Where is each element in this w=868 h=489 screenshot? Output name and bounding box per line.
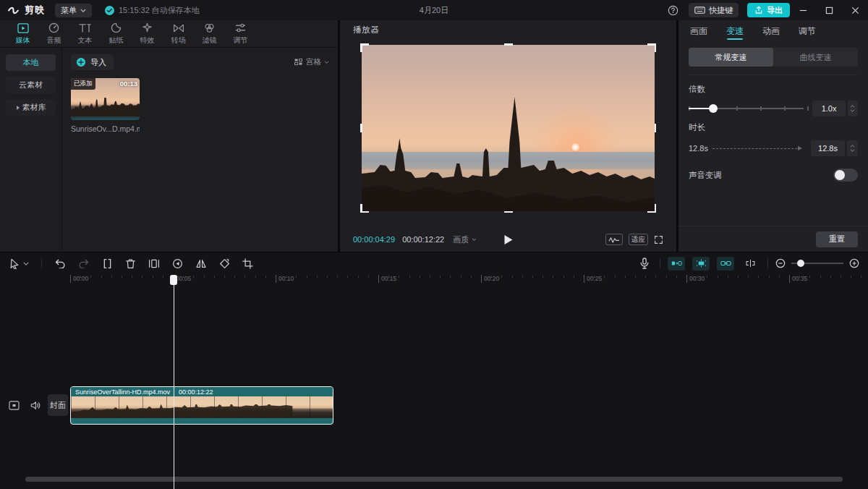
record-voiceover-button[interactable] (639, 258, 650, 269)
help-icon[interactable] (668, 5, 678, 16)
video-preview[interactable] (362, 45, 655, 211)
timeline-clip[interactable]: SunriseOverTallinn-HD.mp4.mov 00:00:12:2… (70, 386, 333, 425)
app-logo-text: 剪映 (25, 4, 45, 17)
selection-handle[interactable] (504, 43, 513, 46)
selection-handle[interactable] (655, 124, 657, 132)
shortcuts-button[interactable]: 快捷键 (689, 3, 739, 17)
tab-audio[interactable]: 音频 (38, 20, 69, 47)
rotate-button[interactable] (219, 258, 230, 269)
split-button[interactable] (102, 258, 113, 269)
zoom-out-button[interactable] (775, 258, 786, 268)
tab-sticker[interactable]: 贴纸 (101, 20, 132, 47)
tab-media[interactable]: 媒体 (7, 20, 38, 47)
quality-label: 画质 (453, 234, 469, 245)
redo-button[interactable] (78, 258, 90, 268)
reset-button[interactable]: 重置 (816, 231, 858, 247)
selection-handle[interactable] (360, 204, 362, 213)
tab-effects[interactable]: 特效 (132, 20, 163, 47)
duration-label: 时长 (689, 122, 858, 133)
speed-stepper[interactable] (848, 101, 858, 116)
selection-handle[interactable] (360, 43, 362, 52)
selection-handle[interactable] (655, 204, 657, 213)
quality-dropdown[interactable]: 画质 (453, 234, 477, 245)
speed-slider-handle[interactable] (709, 104, 718, 113)
tab-animation[interactable]: 动画 (762, 20, 780, 42)
import-button[interactable]: 导入 (71, 54, 114, 70)
auto-snap-toggle[interactable] (692, 257, 710, 271)
minimize-button[interactable] (790, 0, 816, 20)
tab-transitions[interactable]: 转场 (163, 20, 194, 47)
scopes-button[interactable] (605, 234, 623, 245)
titlebar: 剪映 菜单 15:15:32 自动保存本地 4月20日 快捷键 导出 (0, 0, 868, 20)
tab-sticker-label: 贴纸 (109, 35, 124, 46)
timeline-panel: 00:00 00:05 00:10 00:15 00:20 00:25 00:3… (0, 252, 868, 489)
fullscreen-icon[interactable] (654, 235, 663, 244)
timeline-zoom-slider[interactable] (791, 259, 843, 268)
media-card[interactable]: 已添加 00:13 SunriseOv...D.mp4.mov (71, 78, 140, 133)
export-button[interactable]: 导出 (747, 3, 790, 17)
main-track-magnet-toggle[interactable] (668, 257, 685, 271)
duration-stepper[interactable] (847, 140, 858, 156)
track-mute-icon[interactable] (30, 401, 41, 410)
delete-button[interactable] (125, 258, 136, 269)
ruler-label: 00:30 (686, 275, 705, 283)
duration-value[interactable]: 12.8s (811, 140, 845, 156)
tab-speed[interactable]: 变速 (726, 20, 744, 42)
check-circle-icon (105, 6, 114, 15)
menu-button[interactable]: 菜单 (55, 4, 92, 17)
reverse-button[interactable] (172, 258, 183, 269)
mirror-button[interactable] (195, 258, 207, 269)
divider (767, 258, 768, 268)
cover-button[interactable]: 封面 (48, 394, 68, 416)
clip-duration: 00:00:12:22 (179, 388, 213, 396)
fit-button[interactable]: 适应 (629, 234, 648, 245)
tab-text[interactable]: 文本 (69, 20, 101, 47)
playhead-handle[interactable] (170, 275, 177, 285)
view-mode-label: 宫格 (306, 57, 321, 67)
tab-picture[interactable]: 画面 (690, 20, 707, 42)
thumbnail-duration: 00:13 (120, 80, 137, 88)
duration-min-text: 12.8s (689, 144, 712, 153)
linkage-toggle[interactable] (717, 257, 734, 271)
tab-filters[interactable]: 滤镜 (194, 20, 225, 47)
selection-handle[interactable] (504, 211, 513, 213)
selection-handle[interactable] (655, 43, 657, 52)
source-local[interactable]: 本地 (6, 54, 56, 71)
tab-adjust-inspector[interactable]: 调节 (799, 20, 816, 42)
close-button[interactable] (842, 0, 868, 20)
text-icon (79, 22, 91, 34)
source-library-label: 素材库 (22, 102, 46, 113)
media-filename: SunriseOv...D.mp4.mov (71, 124, 140, 133)
source-cloud[interactable]: 云素材 (6, 77, 56, 93)
inspector-footer: 重置 (678, 226, 868, 252)
zoom-in-button[interactable] (849, 258, 859, 268)
ruler-label: 00:25 (584, 275, 602, 283)
play-button[interactable] (503, 234, 513, 245)
track-options-icon[interactable] (9, 401, 20, 410)
horizontal-scrollbar[interactable] (25, 477, 843, 482)
pitch-label: 声音变调 (689, 170, 722, 181)
select-tool-button[interactable] (9, 258, 29, 269)
export-label: 导出 (767, 5, 783, 16)
selection-handle[interactable] (360, 124, 362, 132)
crop-button[interactable] (242, 258, 253, 269)
freeze-frame-button[interactable] (148, 258, 160, 269)
pitch-toggle[interactable] (833, 169, 858, 182)
preview-axis-toggle[interactable] (741, 257, 759, 271)
undo-button[interactable] (54, 258, 66, 268)
maximize-button[interactable] (816, 0, 842, 20)
source-library[interactable]: 素材库 (6, 99, 56, 116)
tab-adjust[interactable]: 调节 (225, 20, 256, 47)
speed-value[interactable]: 1.0x (812, 101, 845, 116)
stepper-down-icon (850, 109, 855, 112)
media-tab-bar: 媒体 音频 文本 贴纸 特效 转场 滤镜 调节 (0, 20, 338, 48)
zoom-slider-handle[interactable] (797, 260, 804, 267)
view-mode-dropdown[interactable]: 宫格 (294, 57, 329, 67)
segment-curve-speed[interactable]: 曲线变速 (773, 48, 858, 67)
speed-slider[interactable] (689, 103, 804, 114)
playhead-line[interactable] (174, 284, 174, 489)
keyboard-icon (694, 7, 705, 14)
timeline-ruler[interactable]: 00:00 00:05 00:10 00:15 00:20 00:25 00:3… (0, 274, 868, 284)
import-label: 导入 (90, 57, 106, 68)
segment-normal-speed[interactable]: 常规变速 (689, 48, 773, 67)
